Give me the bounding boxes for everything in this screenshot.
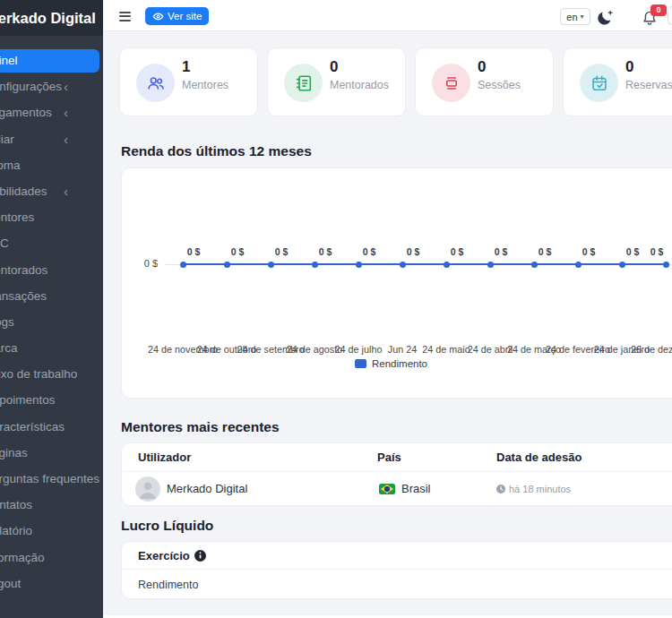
view-site-label: Ver site xyxy=(168,11,202,21)
net-profit-row-label: Rendimento xyxy=(122,570,672,600)
chart-data-point xyxy=(224,262,230,268)
chart-series-line xyxy=(183,263,666,266)
user-cell: Merkado Digital xyxy=(135,472,247,506)
point-value-label: 0 $ xyxy=(215,246,260,257)
sidebar-item-fluxo-de-trabalho[interactable]: Fluxo de trabalho xyxy=(0,363,99,386)
point-value-label: 0 $ xyxy=(303,246,348,257)
notification-count-badge: 0 xyxy=(650,4,667,16)
net-profit-header-row: Exercício xyxy=(122,542,672,570)
stat-value: 0 xyxy=(478,58,486,76)
table-header-row: Utilizador País Data de adesão xyxy=(122,443,672,472)
sidebar-item-label: Idioma xyxy=(0,159,21,172)
point-value-label: 0 $ xyxy=(566,246,611,257)
chevron-left-icon: ‹ xyxy=(64,101,68,124)
chart-data-point xyxy=(531,262,538,268)
table-row[interactable]: Merkado Digital Brasil há 18 minutos xyxy=(122,472,672,506)
joined-cell: há 18 minutos xyxy=(496,472,571,506)
sidebar-item-transa-es[interactable]: Transações xyxy=(0,285,99,308)
sidebar-item-configura-es[interactable]: Configurações‹ xyxy=(0,75,99,99)
income-chart-card: 0 $ 0 $24 de novembro0 $24 de outubro0 $… xyxy=(121,167,672,399)
country-cell: Brasil xyxy=(379,472,431,506)
mentor-name: Merkado Digital xyxy=(167,472,247,506)
chart-data-point xyxy=(487,262,494,268)
sidebar-item-mentores[interactable]: Mentores xyxy=(0,206,99,229)
legend-marker-icon xyxy=(355,359,366,368)
sidebar-item-contatos[interactable]: Contatos xyxy=(0,494,99,517)
point-value-label: 0 $ xyxy=(259,246,304,257)
point-value-label: 0 $ xyxy=(171,246,216,257)
brand-logo[interactable]: Merkado Digital xyxy=(0,0,103,36)
chart-data-point xyxy=(268,262,274,268)
sidebar-item-blogs[interactable]: Blogs xyxy=(0,311,99,334)
chevron-down-icon: ▾ xyxy=(581,13,584,21)
chart-data-point xyxy=(663,262,669,268)
sidebar-item-perguntas-frequentes[interactable]: Perguntas frequentes xyxy=(0,468,99,491)
hamburger-menu-icon[interactable] xyxy=(119,12,131,21)
net-profit-card: Exercício Rendimento xyxy=(121,541,672,599)
sidebar-item-label: Transações xyxy=(0,289,47,303)
chart-data-point xyxy=(356,262,362,268)
point-value-label: 0 $ xyxy=(391,246,435,257)
sidebar-item-pagamentos[interactable]: Pagamentos‹ xyxy=(0,101,99,124)
sidebar-item-kyc[interactable]: KYC xyxy=(0,232,99,255)
sidebar-item-marca[interactable]: Marca xyxy=(0,337,99,360)
eye-icon xyxy=(152,12,164,21)
chart-legend: Rendimento xyxy=(355,358,427,369)
column-header-joined: Data de adesão xyxy=(496,443,582,472)
topbar: Ver site en ▾ 0 xyxy=(103,0,672,31)
sidebar-item-label: Marca xyxy=(0,341,18,355)
stat-card-reservas: 0Reservas xyxy=(563,47,672,116)
sidebar-item-caracter-sticas[interactable]: Características xyxy=(0,416,99,439)
sidebar-item-label: Informação xyxy=(0,551,45,564)
avatar xyxy=(135,476,160,502)
column-header-country: País xyxy=(377,443,401,472)
point-value-label: 0 $ xyxy=(478,246,523,257)
stat-card-mentorados: 0Mentorados xyxy=(267,47,406,116)
sidebar-item-p-ginas[interactable]: Páginas xyxy=(0,442,99,465)
clock-icon xyxy=(496,485,505,494)
y-axis-tick-label: 0 $ xyxy=(129,258,158,269)
notebook-icon xyxy=(284,64,323,102)
sidebar-item-label: KYC xyxy=(0,236,9,250)
credit-card-icon xyxy=(432,64,470,102)
chart-data-point xyxy=(619,262,625,268)
sidebar-item-idioma[interactable]: Idioma xyxy=(0,154,99,177)
topbar-partial-control[interactable] xyxy=(668,6,672,25)
joined-time: há 18 minutos xyxy=(496,472,571,506)
sidebar-item-afiliar[interactable]: Afiliar‹ xyxy=(0,128,99,151)
chart-data-point xyxy=(400,262,406,268)
sidebar-item-depoimentos[interactable]: Depoimentos xyxy=(0,389,99,412)
stat-value: 0 xyxy=(625,58,633,76)
sidebar-item-label: Pagamentos xyxy=(0,106,52,119)
calendar-check-icon xyxy=(580,64,618,102)
sidebar-item-label: Relatório xyxy=(0,524,32,537)
net-profit-title: Lucro Líquido xyxy=(121,518,213,534)
info-icon[interactable] xyxy=(194,550,206,562)
stat-value: 0 xyxy=(330,58,338,76)
stat-label: Reservas xyxy=(625,79,672,91)
sidebar-item-label: Contatos xyxy=(0,498,32,511)
sidebar-item-label: Configurações xyxy=(0,80,62,93)
country-name: Brasil xyxy=(401,472,431,506)
sidebar-item-label: Afiliar xyxy=(0,133,14,146)
sidebar-item-informa-o[interactable]: Informação xyxy=(0,546,99,570)
chart-section-title: Renda dos últimos 12 meses xyxy=(121,143,312,159)
sidebar-item-painel[interactable]: Painel xyxy=(0,49,99,73)
view-site-button[interactable]: Ver site xyxy=(145,7,209,25)
chart-data-point xyxy=(312,262,318,268)
sidebar-item-relat-rio[interactable]: Relatório xyxy=(0,519,99,543)
stat-card-mentores: 1Mentores xyxy=(119,47,258,116)
column-header-user: Utilizador xyxy=(138,443,191,472)
sidebar-item-label: Habilidades xyxy=(0,185,47,198)
x-axis-tick-label: 26 de dezembro xyxy=(612,344,672,355)
sidebar-item-logout[interactable]: Logout xyxy=(0,572,99,596)
sidebar-item-mentorados[interactable]: Mentorados xyxy=(0,259,99,282)
dark-mode-toggle[interactable] xyxy=(597,9,614,29)
sidebar-item-habilidades[interactable]: Habilidades‹ xyxy=(0,180,99,203)
stat-label: Mentorados xyxy=(330,79,389,91)
chart-data-point xyxy=(180,262,186,268)
stat-value: 1 xyxy=(182,58,190,76)
point-value-label: 0 $ xyxy=(634,246,672,257)
brazil-flag-icon xyxy=(379,484,395,495)
language-selector[interactable]: en ▾ xyxy=(560,8,590,25)
